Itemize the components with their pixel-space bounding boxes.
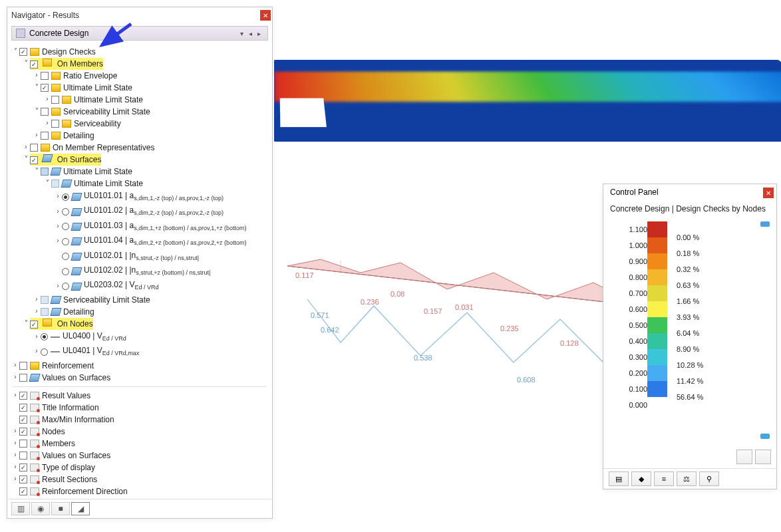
checkbox[interactable] (19, 440, 27, 448)
chevron-right-icon[interactable]: › (33, 305, 41, 317)
tree-item-on-members[interactable]: ˅ On Members (9, 58, 271, 70)
tab-colorscale-icon[interactable]: ▤ (609, 471, 629, 486)
tree-item-val-surfaces[interactable]: › Values on Surfaces (9, 450, 271, 462)
tree-item-result-sections[interactable]: › Result Sections (9, 473, 271, 485)
tree-item-values-surfaces[interactable]: › Values on Surfaces (9, 372, 271, 384)
tree-item-ul0102-02[interactable]: · UL0102.02 | |ns,strut,+z (bottom) / ns… (9, 264, 271, 279)
tree-item-uls-surfaces-sub[interactable]: ˅ Ultimate Limit State (9, 178, 271, 190)
checkbox[interactable] (41, 72, 49, 80)
tab-factors-icon[interactable]: ◆ (631, 471, 651, 486)
tree-item-sls-members[interactable]: ˅ Serviceability Limit State (9, 106, 271, 118)
chevron-down-icon[interactable]: ˅ (33, 81, 41, 93)
tree-item-serviceability[interactable]: › Serviceability (9, 118, 271, 130)
radio[interactable] (41, 333, 48, 340)
tree-item-detailing-members[interactable]: › Detailing (9, 130, 271, 142)
checkbox[interactable] (41, 108, 49, 116)
checkbox[interactable] (19, 487, 27, 495)
tree-item-on-member-reps[interactable]: › On Member Representatives (9, 142, 271, 154)
checkbox-indeterminate[interactable] (51, 180, 59, 188)
chevron-right-icon[interactable]: › (11, 461, 19, 473)
chevron-right-icon[interactable]: › (43, 93, 51, 105)
checkbox[interactable] (41, 84, 49, 92)
chevron-right-icon[interactable]: › (22, 141, 30, 153)
chevron-down-icon[interactable]: ˅ (22, 153, 30, 165)
prev-icon[interactable]: ◂ (246, 30, 255, 37)
tab-list-icon[interactable]: ≡ (654, 471, 674, 486)
checkbox[interactable] (41, 132, 49, 140)
chevron-down-icon[interactable]: ˅ (43, 177, 51, 189)
chevron-right-icon[interactable]: › (11, 449, 19, 461)
tree-item-on-surfaces[interactable]: ˅ On Surfaces (9, 154, 271, 166)
radio[interactable] (62, 283, 69, 290)
chevron-down-icon[interactable]: ˅ (33, 105, 41, 117)
radio[interactable] (62, 194, 69, 201)
tree-item-sls-surfaces[interactable]: › Serviceability Limit State (9, 294, 271, 306)
tab-display-icon[interactable]: ◉ (31, 502, 50, 515)
radio[interactable] (62, 238, 69, 245)
edit-legend-button[interactable] (755, 450, 771, 464)
checkbox[interactable] (19, 362, 27, 370)
tree-item-ul0203-02[interactable]: › UL0203.02 | VEd / VRd (9, 279, 271, 293)
chevron-right-icon[interactable]: › (11, 371, 19, 383)
tree-item-title-info[interactable]: · Title Information (9, 402, 271, 414)
tree-item-ul0101-01[interactable]: › UL0101.01 | as,dim,1,-z (top) / as,pro… (9, 190, 271, 204)
tree-item-ul0101-04[interactable]: › UL0101.04 | as,dim,2,+z (bottom) / as,… (9, 234, 271, 249)
chevron-right-icon[interactable]: › (43, 117, 51, 129)
tree-item-detailing-surfaces[interactable]: › Detailing (9, 306, 271, 318)
chevron-right-icon[interactable]: › (54, 220, 62, 232)
tree-item-nodes[interactable]: › Nodes (9, 426, 271, 438)
copy-legend-button[interactable] (736, 450, 752, 464)
checkbox[interactable] (30, 156, 38, 164)
tree-item-result-values[interactable]: › Result Values (9, 390, 271, 402)
tree-item-reinforcement[interactable]: › Reinforcement (9, 360, 271, 372)
close-icon[interactable]: ✕ (763, 188, 774, 198)
tree-item-type-display[interactable]: › Type of display (9, 462, 271, 473)
slider-handle-top[interactable] (760, 221, 770, 227)
tree-item-ul0102-01[interactable]: · UL0102.01 | |ns,strut,-z (top) / ns,st… (9, 249, 271, 264)
chevron-down-icon[interactable]: ▾ (237, 30, 246, 37)
chevron-down-icon[interactable]: ˅ (22, 317, 30, 329)
checkbox[interactable] (19, 464, 27, 471)
checkbox[interactable] (19, 475, 27, 483)
checkbox[interactable] (19, 428, 27, 436)
tree-item-on-nodes[interactable]: ˅ On Nodes (9, 318, 271, 330)
next-icon[interactable]: ▸ (255, 30, 263, 37)
chevron-down-icon[interactable]: ˅ (22, 57, 30, 69)
chevron-right-icon[interactable]: › (11, 437, 19, 449)
tree-item-ul0401[interactable]: › UL0401 | VEd / VRd,max (9, 344, 271, 359)
radio[interactable] (41, 348, 48, 356)
chevron-right-icon[interactable]: › (54, 205, 62, 217)
tab-data-icon[interactable]: ▥ (11, 502, 30, 515)
tree-item-uls-members[interactable]: ˅ Ultimate Limit State (9, 82, 271, 94)
close-icon[interactable]: ✕ (260, 10, 271, 21)
chevron-right-icon[interactable]: › (11, 359, 19, 371)
radio[interactable] (62, 253, 69, 260)
chevron-right-icon[interactable]: › (33, 331, 41, 342)
radio[interactable] (62, 268, 69, 275)
tab-views-icon[interactable]: ■ (51, 502, 70, 515)
tab-results-icon[interactable]: ◢ (71, 502, 90, 515)
tree-item-members[interactable]: › Members (9, 438, 271, 450)
chevron-right-icon[interactable]: › (11, 473, 19, 485)
tree-item-reinf-dir[interactable]: · Reinforcement Direction (9, 485, 271, 497)
chevron-right-icon[interactable]: › (11, 425, 19, 437)
chevron-right-icon[interactable]: › (33, 293, 41, 305)
chevron-right-icon[interactable]: › (54, 235, 62, 247)
checkbox[interactable] (19, 48, 27, 56)
tree-item-uls-members-sub[interactable]: › Ultimate Limit State (9, 94, 271, 106)
radio[interactable] (62, 208, 69, 215)
tree-item-ratio-envelope[interactable]: › Ratio Envelope (9, 70, 271, 82)
checkbox[interactable] (30, 144, 38, 152)
slider-handle-bottom[interactable] (760, 434, 770, 439)
checkbox-indeterminate[interactable] (41, 168, 49, 176)
checkbox[interactable] (41, 296, 49, 304)
chevron-right-icon[interactable]: › (54, 190, 62, 202)
tree-item-design-checks[interactable]: ˅ Design Checks (9, 46, 271, 58)
chevron-down-icon[interactable]: ˅ (11, 45, 19, 57)
chevron-down-icon[interactable]: ˅ (33, 165, 41, 177)
chevron-right-icon[interactable]: › (33, 129, 41, 141)
radio[interactable] (62, 223, 69, 230)
result-tree[interactable]: ˅ Design Checks ˅ On Members › Ratio Env… (7, 43, 272, 499)
chevron-right-icon[interactable]: › (33, 345, 41, 357)
checkbox[interactable] (19, 416, 27, 424)
